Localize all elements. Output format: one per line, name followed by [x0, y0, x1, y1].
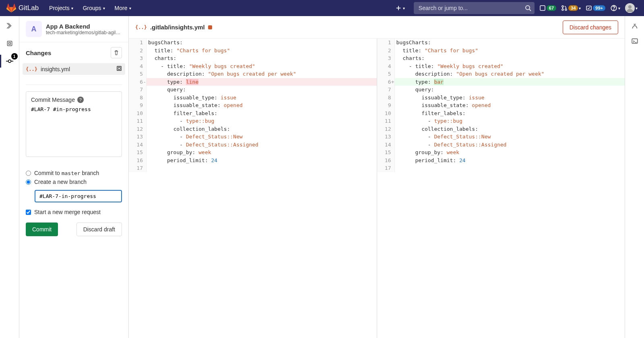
yaml-file-icon: {..}: [135, 25, 147, 30]
code-line[interactable]: 17: [129, 164, 377, 172]
file-name: insights.yml: [41, 66, 113, 72]
svg-point-12: [628, 5, 632, 8]
code-line[interactable]: 8 issuable_type: issue: [129, 94, 377, 102]
terminal-icon[interactable]: [631, 37, 638, 46]
code-line[interactable]: 4 - title: "Weekly bugs created": [377, 62, 625, 70]
code-line[interactable]: 13 - Defect_Status::New: [129, 133, 377, 141]
code-line[interactable]: 8 issuable_type: issue: [377, 94, 625, 102]
commit-message-label: Commit Message: [31, 97, 75, 103]
pipeline-icon[interactable]: [631, 23, 638, 31]
code-line[interactable]: 14 - Defect_Status::Assigned: [129, 141, 377, 149]
gitlab-logo[interactable]: GitLab: [6, 3, 39, 13]
svg-rect-4: [540, 6, 545, 10]
project-name: App A Backend: [46, 23, 122, 30]
code-line[interactable]: 1bugsCharts:: [129, 39, 377, 47]
chevron-down-icon: ▾: [71, 6, 73, 10]
rail-edit-icon[interactable]: [3, 19, 16, 32]
radio-create-branch[interactable]: Create a new branch: [26, 179, 122, 185]
code-line[interactable]: 9 issuable_state: opened: [377, 101, 625, 109]
search-input[interactable]: [414, 2, 535, 14]
code-line[interactable]: 12 collection_labels:: [129, 125, 377, 133]
changed-file-item[interactable]: {..} insights.yml: [23, 63, 125, 75]
chevron-down-icon: ▾: [403, 6, 405, 10]
svg-rect-1: [396, 8, 401, 8]
code-line[interactable]: 12 collection_labels:: [377, 125, 625, 133]
chevron-down-icon: ▾: [579, 6, 581, 10]
open-file-icon[interactable]: [116, 66, 122, 72]
radio-commit-master[interactable]: Commit to master branch: [26, 170, 122, 176]
svg-rect-19: [118, 67, 120, 69]
diff-old-side: 1bugsCharts:2 title: "Charts for bugs"3 …: [129, 39, 377, 338]
svg-point-15: [8, 60, 11, 63]
code-line[interactable]: 10 filter_labels:: [129, 109, 377, 117]
chevron-down-icon: ▾: [129, 6, 131, 10]
code-line[interactable]: 5 description: "Open bugs created per we…: [377, 70, 625, 78]
diff-viewer[interactable]: 1bugsCharts:2 title: "Charts for bugs"3 …: [129, 39, 625, 338]
modified-indicator-icon: [208, 25, 212, 29]
chevron-down-icon: ▾: [618, 6, 620, 10]
code-line[interactable]: 7 query:: [129, 86, 377, 94]
code-line[interactable]: 11 - type::bug: [377, 117, 625, 125]
code-line[interactable]: 5 description: "Open bugs created per we…: [129, 70, 377, 78]
svg-point-10: [613, 10, 614, 10]
code-line[interactable]: 16 period_limit: 24: [129, 157, 377, 165]
help-icon[interactable]: ?: [77, 97, 84, 103]
code-line[interactable]: 15 group_by: week: [129, 148, 377, 157]
issues-counter[interactable]: 67: [539, 5, 556, 11]
nav-groups[interactable]: Groups ▾: [79, 2, 109, 14]
project-path: tech-marketing/demos/gitlab-agile-demo/l…: [46, 30, 122, 35]
code-line[interactable]: 2 title: "Charts for bugs": [377, 47, 625, 55]
discard-draft-button[interactable]: Discard draft: [76, 223, 122, 236]
code-line[interactable]: 14 - Defect_Status::Assigned: [377, 141, 625, 149]
rail-review-icon[interactable]: [3, 37, 16, 50]
left-icon-rail: 1: [0, 16, 19, 338]
user-menu[interactable]: ▾: [625, 3, 638, 13]
branch-name-input[interactable]: [35, 190, 122, 202]
code-line[interactable]: 4 - title: "Weekly bugs created": [129, 62, 377, 70]
commit-count-badge: 1: [11, 53, 18, 60]
svg-rect-20: [632, 39, 638, 43]
merge-requests-counter[interactable]: 34 ▾: [561, 5, 581, 11]
global-search[interactable]: [414, 2, 535, 14]
code-line[interactable]: 10 filter_labels:: [377, 109, 625, 117]
file-header: {..} .gitlab/insights.yml Discard change…: [129, 16, 625, 39]
discard-changes-button[interactable]: Discard changes: [563, 21, 618, 34]
project-header[interactable]: A App A Backend tech-marketing/demos/git…: [19, 16, 128, 42]
yaml-file-icon: {..}: [26, 66, 37, 72]
code-line[interactable]: 13 - Defect_Status::New: [377, 133, 625, 141]
search-icon: [525, 5, 531, 12]
svg-rect-13: [7, 41, 12, 45]
diff-new-side: 1bugsCharts:2 title: "Charts for bugs"3 …: [377, 39, 625, 338]
code-line[interactable]: 2 title: "Charts for bugs": [129, 47, 377, 55]
code-line[interactable]: 7 query:: [377, 86, 625, 94]
svg-point-5: [562, 6, 564, 7]
chevron-down-icon: ▾: [103, 6, 105, 10]
code-line[interactable]: 3 charts:: [129, 54, 377, 62]
code-line[interactable]: 6+ type: bar: [377, 78, 625, 86]
changes-heading: Changes: [26, 49, 51, 56]
commit-button[interactable]: Commit: [26, 223, 58, 236]
plus-menu[interactable]: ▾: [392, 3, 409, 13]
rail-commit-icon[interactable]: 1: [3, 55, 16, 68]
checkbox-start-mr[interactable]: Start a new merge request: [19, 206, 128, 218]
code-line[interactable]: 16 period_limit: 24: [377, 157, 625, 165]
code-line[interactable]: 6- type: line: [129, 78, 377, 86]
user-avatar: [625, 3, 635, 13]
editor-main: {..} .gitlab/insights.yml Discard change…: [129, 16, 625, 338]
code-line[interactable]: 17: [377, 164, 625, 172]
code-line[interactable]: 11 - type::bug: [129, 117, 377, 125]
code-line[interactable]: 3 charts:: [377, 54, 625, 62]
code-line[interactable]: 1bugsCharts:: [377, 39, 625, 47]
code-line[interactable]: 15 group_by: week: [377, 148, 625, 157]
nav-more[interactable]: More ▾: [111, 2, 135, 14]
svg-point-7: [565, 9, 567, 10]
svg-point-6: [562, 9, 564, 10]
brand-name: GitLab: [19, 4, 39, 12]
nav-projects[interactable]: Projects ▾: [45, 2, 77, 14]
code-line[interactable]: 9 issuable_state: opened: [129, 101, 377, 109]
discard-all-button[interactable]: [111, 47, 122, 58]
svg-line-3: [529, 9, 531, 11]
help-menu[interactable]: ▾: [610, 4, 620, 12]
commit-message-input[interactable]: [31, 106, 117, 150]
todos-counter[interactable]: 99+: [586, 5, 605, 11]
